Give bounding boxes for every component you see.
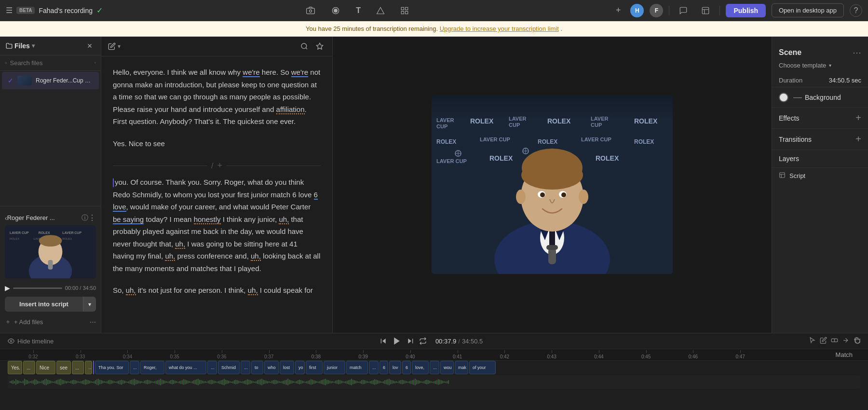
help-btn[interactable]: ? <box>850 4 862 17</box>
shape-btn[interactable] <box>372 4 389 17</box>
hide-timeline-btn[interactable]: Hide timeline <box>8 338 54 345</box>
background-row: — Background <box>772 87 868 108</box>
hamburger-icon[interactable]: ☰ <box>6 6 13 15</box>
play-small-btn[interactable]: ▶ <box>5 284 10 292</box>
add-scene-btn[interactable]: + <box>217 161 222 171</box>
add-files-row[interactable]: ＋ + Add files ⋯ <box>0 314 101 329</box>
close-files-btn[interactable] <box>84 41 95 50</box>
highlight-honestly: honestly <box>194 215 221 224</box>
edit-tool-btn[interactable] <box>820 337 827 346</box>
magic-btn[interactable] <box>314 41 326 52</box>
script-content[interactable]: Hello, everyone. I think we all know why… <box>101 56 332 333</box>
effects-row[interactable]: Effects + <box>772 108 868 129</box>
add-btn[interactable]: + <box>612 3 625 17</box>
clip-lov[interactable]: lov <box>389 361 401 374</box>
clip-nice[interactable]: Nice <box>36 361 55 374</box>
waveform-bar <box>339 380 340 384</box>
waveform-bar <box>432 382 433 383</box>
waveform-bar <box>374 379 375 385</box>
edit-mode-btn[interactable]: ▾ <box>108 42 121 50</box>
clip-junior[interactable]: junior <box>324 361 345 374</box>
waveform-bar <box>418 380 419 384</box>
add-effect-btn[interactable]: + <box>855 112 861 123</box>
files-title[interactable]: Files ▾ <box>6 42 35 50</box>
add-transition-btn[interactable]: + <box>855 134 861 145</box>
recording-title[interactable]: Fahad's recording <box>39 7 93 14</box>
waveform-bar <box>438 379 439 385</box>
clip-dots7[interactable]: ... <box>369 361 379 374</box>
add-files-more-icon[interactable]: ⋯ <box>90 318 96 326</box>
clip-6b[interactable]: 6 <box>402 361 411 374</box>
clip-more-btn[interactable]: ⋮ <box>88 213 96 222</box>
camera-btn[interactable] <box>302 4 319 17</box>
layers-script-item[interactable]: Script <box>772 168 868 184</box>
clip-dots2[interactable]: ... <box>72 361 84 374</box>
clip-match[interactable]: match <box>346 361 368 374</box>
open-desktop-button[interactable]: Open in desktop app <box>772 3 844 17</box>
clip-info-btn[interactable]: ⓘ <box>81 214 88 222</box>
play-pause-btn[interactable] <box>392 336 402 346</box>
clip-who[interactable]: who <box>264 361 279 374</box>
text-btn[interactable]: T <box>352 4 365 17</box>
preview-panel: LAVER CUP ROLEX LAVER CUP ROLEX LAVER CU… <box>333 37 772 333</box>
clip-see[interactable]: see <box>56 361 71 374</box>
clip-thank[interactable]: Tha you. Sor <box>95 361 129 374</box>
hand-tool-btn[interactable] <box>853 337 860 346</box>
clip-6a[interactable]: 6 <box>380 361 388 374</box>
skip-forward-btn[interactable] <box>407 337 414 345</box>
eye-icon <box>8 338 14 344</box>
waveform-bar <box>416 380 417 384</box>
waveform-bar <box>188 381 189 383</box>
clip-dots4[interactable]: ... <box>130 361 139 374</box>
file-item[interactable]: ✓ Roger Feder...Cup 2022.mp4 <box>2 72 99 89</box>
waveform-bar <box>26 380 27 384</box>
loop-btn[interactable] <box>419 337 427 345</box>
clip-thumbnail[interactable]: LAVER CUP ROLEX LAVER CUP ROLEX LAVER CU… <box>5 225 96 278</box>
clip-lost[interactable]: lost <box>280 361 294 374</box>
select-tool-btn[interactable] <box>809 337 816 346</box>
search-input[interactable] <box>10 59 91 67</box>
publish-button[interactable]: Publish <box>726 4 766 17</box>
clip-dots1[interactable]: ... <box>23 361 35 374</box>
clip-what[interactable]: what do you ... <box>165 361 206 374</box>
layout-btn[interactable] <box>697 4 714 17</box>
clip-yes[interactable]: Yes. <box>8 361 22 374</box>
clip-dots6[interactable]: ... <box>241 361 250 374</box>
match-button[interactable]: Match <box>832 349 856 360</box>
layers-row[interactable]: Layers <box>772 150 868 168</box>
waveform-bar <box>208 381 209 383</box>
search-script-btn[interactable] <box>298 41 310 52</box>
waveform-bar <box>413 380 414 385</box>
clip-schmid[interactable]: Schmid <box>218 361 240 374</box>
svg-rect-4 <box>401 7 404 10</box>
chat-btn[interactable] <box>675 4 692 17</box>
clip-yo[interactable]: yo <box>295 361 305 374</box>
filter-icon[interactable] <box>94 60 96 66</box>
clip-ofyour[interactable]: of your <box>469 361 496 374</box>
clip-love[interactable]: love, <box>412 361 429 374</box>
clip-dots5[interactable]: ... <box>207 361 217 374</box>
duration-value[interactable]: 34:50.5 sec <box>829 77 861 84</box>
waveform-bar <box>335 381 336 383</box>
waveform-bar <box>419 381 420 383</box>
choose-template-btn[interactable]: Choose template ▾ <box>772 60 868 74</box>
skip-back-btn[interactable] <box>380 337 387 345</box>
clip-to[interactable]: to <box>251 361 263 374</box>
waveform-bar <box>192 381 193 383</box>
record-btn[interactable] <box>327 4 344 17</box>
insert-arrow-btn[interactable]: ▾ <box>83 297 96 312</box>
split-tool-btn[interactable] <box>831 337 838 346</box>
clip-mak[interactable]: mak <box>455 361 468 374</box>
clip-dots3[interactable]: ... <box>85 361 92 374</box>
scene-more-btn[interactable]: ⋯ <box>853 47 861 58</box>
notif-upgrade-link[interactable]: Upgrade to increase your transcription l… <box>440 25 559 32</box>
grid-btn[interactable] <box>396 4 413 17</box>
insert-script-button[interactable]: Insert into script <box>5 297 83 312</box>
transitions-row[interactable]: Transitions + <box>772 129 868 150</box>
clip-wou[interactable]: wou <box>440 361 454 374</box>
clip-roger[interactable]: Roger, <box>140 361 164 374</box>
clip-dots8[interactable]: ... <box>430 361 439 374</box>
resize-tool-btn[interactable] <box>842 337 849 346</box>
time-scrubber[interactable] <box>13 287 62 289</box>
clip-first[interactable]: first <box>306 361 323 374</box>
